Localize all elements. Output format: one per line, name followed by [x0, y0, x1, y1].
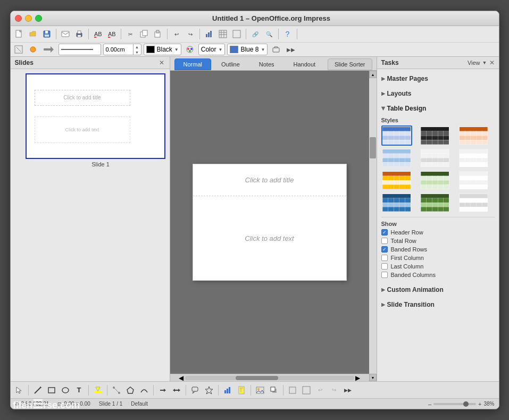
more-table-button[interactable] [230, 28, 243, 40]
print-button[interactable] [73, 28, 86, 40]
header-row-checkbox[interactable] [381, 229, 388, 236]
spellcheck2-button[interactable]: ABC [105, 28, 118, 40]
style-swatch-8[interactable] [420, 170, 450, 190]
zoom-thumb[interactable] [463, 401, 469, 407]
shadow-btn[interactable] [268, 384, 280, 396]
table-design-header[interactable]: ▶ Table Design [381, 103, 495, 114]
zoom-out-btn[interactable]: – [428, 401, 431, 407]
ellipse-tool[interactable] [59, 384, 72, 396]
style-swatch-1[interactable] [381, 125, 412, 146]
v-scroll-up[interactable]: ▲ [369, 71, 377, 78]
undo-btn2[interactable]: ↩ [314, 384, 327, 396]
line-width-spinner[interactable]: 0.00cm ▲ ▼ [103, 44, 141, 55]
slide-title-area[interactable]: Click to add title [193, 164, 346, 196]
maximize-button[interactable] [35, 15, 42, 22]
first-column-checkbox[interactable] [381, 255, 388, 261]
layouts-header[interactable]: ▶ Layouts [381, 88, 495, 99]
banded-rows-option[interactable]: Banded Rows [381, 246, 495, 253]
tab-slide-sorter[interactable]: Slide Sorter [328, 58, 372, 70]
slides-close-button[interactable]: ✕ [158, 59, 165, 66]
custom-animation-header[interactable]: ▶ Custom Animation [381, 284, 495, 295]
minimize-button[interactable] [25, 15, 32, 22]
polygon-tool[interactable] [124, 384, 137, 396]
tab-order-btn[interactable] [286, 384, 299, 396]
format-extra-btn[interactable] [270, 44, 282, 55]
connect-tool[interactable] [110, 384, 123, 396]
star-tool[interactable] [203, 384, 215, 396]
style-swatch-3[interactable] [458, 125, 489, 146]
color-dropdown-arrow[interactable]: ▼ [174, 47, 179, 52]
new-button[interactable] [13, 28, 26, 40]
help-button[interactable]: ? [281, 28, 294, 40]
spellcheck-button[interactable]: ABC [91, 28, 104, 40]
format-btn-1[interactable] [13, 44, 24, 55]
total-row-checkbox[interactable] [381, 238, 388, 244]
style-swatch-5[interactable] [420, 148, 450, 168]
blue-dropdown-arrow[interactable]: ▼ [261, 47, 265, 52]
table-button[interactable] [216, 28, 229, 40]
line-tool[interactable] [31, 384, 44, 396]
more-tools[interactable]: ▶▶ [341, 384, 354, 396]
redo-btn2[interactable]: ↪ [328, 384, 340, 396]
slide-canvas[interactable]: Click to add title Click to add text [193, 164, 347, 281]
curve-tool[interactable] [138, 384, 151, 396]
slide-1-thumbnail[interactable]: Click to add title Click to add text [26, 73, 165, 159]
master-pages-header[interactable]: ▶ Master Pages [381, 73, 495, 84]
more-btn1[interactable] [300, 384, 313, 396]
horizontal-scrollbar[interactable]: ◀ ▶ [170, 374, 369, 381]
style-swatch-2[interactable] [420, 125, 450, 146]
copy-button[interactable] [138, 28, 151, 40]
h-scroll-left[interactable]: ◀ [178, 374, 185, 382]
vertical-scrollbar[interactable]: ▲ ▼ [369, 71, 377, 381]
cut-button[interactable]: ✂ [124, 28, 137, 40]
save-button[interactable] [40, 28, 53, 40]
zoom-slider[interactable] [433, 403, 476, 405]
insert-image-btn[interactable] [254, 384, 266, 396]
slide-transition-header[interactable]: ▶ Slide Transition [381, 299, 495, 310]
header-row-option[interactable]: Header Row [381, 229, 495, 236]
zoom-in-btn[interactable]: + [478, 401, 481, 407]
rect-tool[interactable] [45, 384, 58, 396]
format-btn-3[interactable] [41, 44, 56, 55]
style-swatch-11[interactable] [420, 192, 450, 213]
color-options-btn[interactable] [183, 44, 196, 55]
highlight-tool[interactable] [91, 384, 104, 396]
color-selector[interactable]: Black ▼ [144, 44, 181, 55]
scheme-dropdown-arrow[interactable]: ▼ [218, 47, 222, 52]
paste-button[interactable] [152, 28, 164, 40]
format-btn-2[interactable] [27, 44, 39, 55]
hyperlink-button[interactable]: 🔗 [249, 28, 262, 40]
callout-tool[interactable] [189, 384, 202, 396]
banded-columns-checkbox[interactable] [381, 272, 388, 278]
pen-tool[interactable] [235, 384, 248, 396]
h-scroll-track[interactable] [185, 376, 354, 380]
style-swatch-7[interactable] [381, 170, 412, 190]
last-column-option[interactable]: Last Column [381, 263, 495, 270]
search-button[interactable]: 🔍 [263, 28, 276, 40]
style-swatch-9[interactable] [458, 170, 489, 190]
v-scroll-thumb[interactable] [370, 137, 376, 158]
tab-outline[interactable]: Outline [212, 58, 249, 70]
chart-button[interactable] [203, 28, 215, 40]
tab-notes[interactable]: Notes [250, 58, 283, 70]
tasks-close-button[interactable]: ✕ [489, 59, 495, 66]
view-dropdown-arrow[interactable]: ▼ [482, 60, 487, 65]
spinner-down[interactable]: ▼ [133, 49, 141, 55]
tasks-view-button[interactable]: View [468, 60, 480, 66]
redo-button[interactable]: ↪ [184, 28, 197, 40]
arrow-tool[interactable] [156, 384, 169, 396]
tab-normal[interactable]: Normal [174, 58, 211, 70]
first-column-option[interactable]: First Column [381, 255, 495, 261]
style-swatch-12[interactable] [458, 192, 489, 213]
canvas-area[interactable]: Click to add title Click to add text [170, 71, 369, 374]
undo-button[interactable]: ↩ [170, 28, 183, 40]
style-swatch-4[interactable] [381, 148, 412, 168]
format-extra-btn2[interactable]: ▶▶ [285, 44, 297, 55]
insert-chart-btn[interactable] [221, 384, 234, 396]
text-tool[interactable]: T [73, 384, 86, 396]
close-button[interactable] [15, 15, 22, 22]
tab-handout[interactable]: Handout [285, 58, 325, 70]
color-scheme-selector[interactable]: Color ▼ [198, 44, 226, 55]
last-column-checkbox[interactable] [381, 263, 388, 270]
h-scroll-right[interactable]: ▶ [354, 374, 362, 382]
